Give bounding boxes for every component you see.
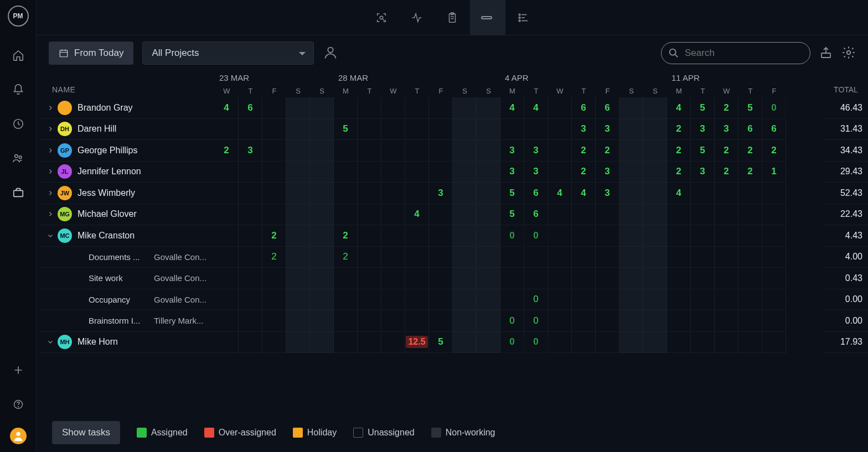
task-row[interactable]: Site workGovalle Con... <box>40 268 215 289</box>
workload-cell[interactable] <box>453 310 477 332</box>
workload-cell[interactable] <box>619 97 643 119</box>
workload-cell[interactable] <box>262 268 286 289</box>
workload-cell[interactable] <box>572 332 596 354</box>
workload-cell[interactable] <box>262 140 286 162</box>
workload-cell[interactable]: 3 <box>524 140 548 162</box>
workload-cell[interactable] <box>596 225 619 247</box>
workload-cell[interactable] <box>762 183 786 204</box>
workload-cell[interactable] <box>358 119 381 141</box>
workload-cell[interactable]: 2 <box>667 162 691 183</box>
workload-cell[interactable] <box>358 268 381 289</box>
workload-cell[interactable] <box>667 225 691 247</box>
workload-cell[interactable] <box>643 204 667 226</box>
workload-cell[interactable] <box>619 183 643 204</box>
workload-cell[interactable] <box>215 225 239 247</box>
workload-cell[interactable] <box>310 310 334 332</box>
workload-cell[interactable] <box>643 140 667 162</box>
workload-cell[interactable] <box>381 183 405 204</box>
expand-chevron-icon[interactable] <box>45 209 55 219</box>
workload-cell[interactable]: 4 <box>405 204 429 226</box>
workload-cell[interactable] <box>429 289 453 311</box>
workload-cell[interactable] <box>548 332 572 354</box>
workload-cell[interactable] <box>596 332 619 354</box>
workload-cell[interactable] <box>619 140 643 162</box>
workload-cell[interactable] <box>453 162 477 183</box>
workload-cell[interactable] <box>453 140 477 162</box>
workload-cell[interactable] <box>381 289 405 311</box>
workload-cell[interactable] <box>334 97 358 119</box>
workload-cell[interactable] <box>381 268 405 289</box>
workload-cell[interactable] <box>262 97 286 119</box>
workload-cell[interactable] <box>500 247 524 268</box>
workload-cell[interactable] <box>691 247 715 268</box>
person-row[interactable]: Brandon Gray <box>40 97 215 119</box>
workload-cell[interactable] <box>262 119 286 141</box>
expand-chevron-icon[interactable] <box>45 231 55 241</box>
person-row[interactable]: MCMike Cranston <box>40 225 215 247</box>
workload-cell[interactable]: 2 <box>715 162 738 183</box>
workload-cell[interactable] <box>667 310 691 332</box>
workload-cell[interactable] <box>405 268 429 289</box>
workload-cell[interactable] <box>643 332 667 354</box>
workload-cell[interactable] <box>477 119 500 141</box>
workload-cell[interactable] <box>715 247 738 268</box>
workload-cell[interactable] <box>762 310 786 332</box>
workload-cell[interactable] <box>381 310 405 332</box>
home-icon[interactable] <box>7 44 29 66</box>
workload-cell[interactable] <box>453 247 477 268</box>
workload-cell[interactable] <box>381 332 405 354</box>
workload-cell[interactable] <box>619 268 643 289</box>
workload-icon[interactable] <box>470 0 505 35</box>
project-select[interactable]: All Projects <box>142 41 314 65</box>
workload-cell[interactable] <box>691 332 715 354</box>
workload-cell[interactable] <box>239 268 262 289</box>
workload-cell[interactable] <box>572 289 596 311</box>
workload-cell[interactable] <box>334 140 358 162</box>
workload-cell[interactable] <box>381 162 405 183</box>
workload-cell[interactable] <box>500 289 524 311</box>
workload-cell[interactable] <box>691 183 715 204</box>
gear-icon[interactable] <box>841 45 856 61</box>
workload-cell[interactable] <box>239 183 262 204</box>
workload-cell[interactable] <box>239 289 262 311</box>
workload-cell[interactable] <box>358 289 381 311</box>
workload-cell[interactable] <box>405 225 429 247</box>
workload-cell[interactable]: 3 <box>596 162 619 183</box>
workload-cell[interactable] <box>477 140 500 162</box>
workload-cell[interactable] <box>691 289 715 311</box>
workload-cell[interactable] <box>762 289 786 311</box>
workload-cell[interactable] <box>358 162 381 183</box>
workload-cell[interactable] <box>619 162 643 183</box>
workload-cell[interactable] <box>596 310 619 332</box>
workload-cell[interactable] <box>405 162 429 183</box>
expand-chevron-icon[interactable] <box>45 188 55 198</box>
workload-cell[interactable] <box>334 289 358 311</box>
workload-cell[interactable]: 5 <box>738 97 762 119</box>
workload-cell[interactable]: 3 <box>239 140 262 162</box>
workload-cell[interactable]: 3 <box>572 119 596 141</box>
workload-cell[interactable] <box>429 140 453 162</box>
workload-cell[interactable] <box>715 225 738 247</box>
workload-cell[interactable]: 3 <box>500 140 524 162</box>
workload-cell[interactable]: 2 <box>738 140 762 162</box>
task-row[interactable]: Brainstorm I...Tillery Mark... <box>40 310 215 332</box>
workload-cell[interactable] <box>334 183 358 204</box>
workload-cell[interactable] <box>453 225 477 247</box>
workload-cell[interactable] <box>429 310 453 332</box>
workload-cell[interactable]: 0 <box>500 225 524 247</box>
workload-cell[interactable] <box>738 332 762 354</box>
workload-cell[interactable] <box>572 268 596 289</box>
workload-cell[interactable] <box>429 162 453 183</box>
workload-cell[interactable]: 3 <box>596 119 619 141</box>
scan-icon[interactable] <box>364 0 399 35</box>
workload-cell[interactable] <box>215 162 239 183</box>
workload-cell[interactable] <box>643 225 667 247</box>
workload-cell[interactable] <box>405 97 429 119</box>
workload-cell[interactable] <box>738 289 762 311</box>
workload-cell[interactable] <box>715 310 738 332</box>
workload-cell[interactable]: 0 <box>524 332 548 354</box>
workload-cell[interactable] <box>619 310 643 332</box>
workload-cell[interactable] <box>572 204 596 226</box>
workload-cell[interactable] <box>405 310 429 332</box>
workload-cell[interactable] <box>286 289 310 311</box>
